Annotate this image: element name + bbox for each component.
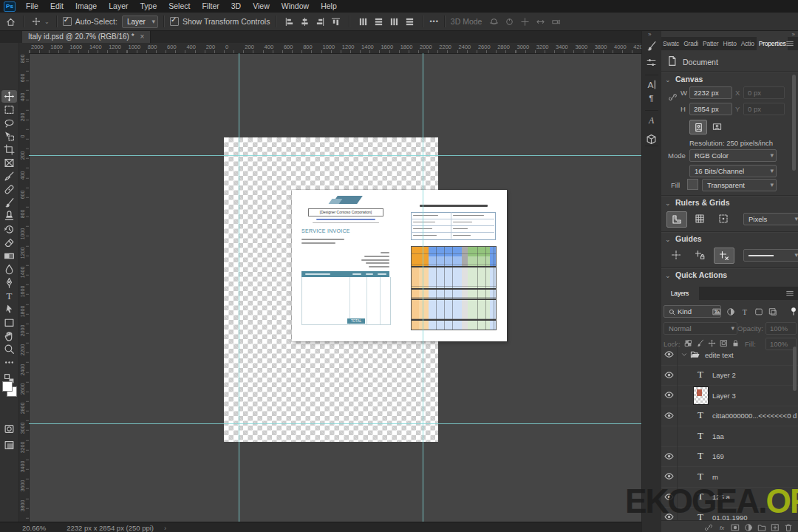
canvas-section-chevron-icon[interactable]: ⌄ <box>665 76 671 83</box>
fill-swatch[interactable] <box>687 179 698 190</box>
camera-3d-icon[interactable] <box>551 17 561 27</box>
align-top-icon[interactable] <box>331 17 341 27</box>
toggle-snap-button[interactable] <box>714 211 733 226</box>
toggle-rulers-button[interactable] <box>666 211 687 228</box>
more-options-icon[interactable]: ••• <box>429 18 438 25</box>
layer-row[interactable]: TLayer 2 <box>661 365 798 386</box>
crop-tool[interactable] <box>1 143 17 156</box>
collapse-panels-icon[interactable]: » <box>648 31 651 38</box>
visibility-toggle[interactable] <box>661 406 678 426</box>
menu-filter[interactable]: Filter <box>196 0 225 13</box>
zoom-level-field[interactable]: 20.66% <box>22 524 46 532</box>
tab-actio[interactable]: Actio <box>739 37 757 50</box>
guides-section-chevron-icon[interactable]: ⌄ <box>665 236 671 243</box>
zoom-tool[interactable] <box>1 343 17 355</box>
menu-type[interactable]: Type <box>134 0 163 13</box>
orbit-3d-icon[interactable] <box>489 17 499 27</box>
panel-menu-icon[interactable] <box>785 39 794 48</box>
delete-layer-icon[interactable] <box>783 522 794 532</box>
layer-mask-icon[interactable] <box>730 522 740 532</box>
menu-select[interactable]: Select <box>163 0 196 13</box>
layers-scrollbar[interactable] <box>793 347 797 391</box>
brush-tool[interactable] <box>1 197 17 209</box>
tab-histo[interactable]: Histo <box>720 37 738 50</box>
brush-settings-panel-icon[interactable] <box>646 41 658 52</box>
guide-horizontal[interactable] <box>29 155 641 156</box>
visibility-toggle[interactable] <box>661 344 678 365</box>
filter-toggle-icon[interactable] <box>789 307 798 316</box>
close-tab-icon[interactable]: × <box>140 33 145 41</box>
canvas-width-field[interactable]: 2232 px <box>689 86 732 99</box>
layer-row[interactable]: Tcitta0000000...<<<<<<<0 d <box>661 406 798 427</box>
quick-actions-chevron-icon[interactable]: ⌄ <box>665 272 671 279</box>
distribute-margins-icon[interactable] <box>405 17 415 27</box>
bit-depth-dropdown[interactable]: 16 Bits/Channel <box>689 165 777 177</box>
menu-file[interactable]: File <box>20 0 44 13</box>
vertical-ruler[interactable]: 8006004002000200400600800100012001400160… <box>18 53 30 522</box>
toggle-guides-button[interactable] <box>666 248 686 262</box>
roll-3d-icon[interactable] <box>505 17 514 27</box>
screen-mode-button[interactable] <box>1 439 17 451</box>
character-panel-icon[interactable]: A <box>646 79 658 91</box>
type-tool[interactable]: T <box>1 290 17 302</box>
tab-layers[interactable]: Layers <box>661 287 699 300</box>
hand-tool[interactable] <box>1 330 17 342</box>
slide-3d-icon[interactable] <box>536 17 545 27</box>
align-right-icon[interactable] <box>316 17 325 27</box>
color-mode-dropdown[interactable]: RGB Color <box>689 149 777 162</box>
visibility-toggle[interactable] <box>661 446 678 467</box>
quick-mask-button[interactable] <box>1 423 17 435</box>
tab-properties[interactable]: Properties <box>757 37 788 50</box>
move-tool[interactable] <box>1 90 17 103</box>
edit-toolbar-button[interactable] <box>1 356 17 369</box>
lasso-tool[interactable] <box>1 117 17 129</box>
rulers-section-chevron-icon[interactable]: ⌄ <box>665 200 671 207</box>
paragraph-panel-icon[interactable]: ¶ <box>646 92 658 104</box>
menu-edit[interactable]: Edit <box>44 0 69 13</box>
landscape-orientation-button[interactable] <box>709 120 725 133</box>
pen-tool[interactable] <box>1 276 17 289</box>
foreground-color-swatch[interactable] <box>2 381 13 392</box>
gradient-tool[interactable] <box>1 250 17 262</box>
auto-select-checkbox[interactable] <box>63 17 72 26</box>
layer-row[interactable]: edite text <box>661 344 798 366</box>
new-group-icon[interactable] <box>757 522 767 532</box>
object-selection-tool[interactable] <box>1 130 17 143</box>
constrain-link-icon[interactable] <box>668 92 678 102</box>
move-tool-preset-icon[interactable] <box>32 17 41 26</box>
menu-3d[interactable]: 3D <box>225 0 247 13</box>
clone-source-panel-icon[interactable] <box>646 57 658 69</box>
layer-thumbnail[interactable] <box>693 386 709 405</box>
document-tab[interactable]: Italy id.psd @ 20.7% (RGB/16) * × <box>22 30 151 43</box>
menu-image[interactable]: Image <box>69 0 103 13</box>
layer-row[interactable]: T1aa <box>661 426 798 447</box>
eraser-tool[interactable] <box>1 236 17 249</box>
eyedropper-tool[interactable] <box>1 170 17 183</box>
tab-swatc[interactable]: Swatc <box>661 37 681 50</box>
fill-dropdown[interactable]: Transparent <box>702 179 777 191</box>
distribute-horizontal-icon[interactable] <box>389 17 399 27</box>
drag-3d-icon[interactable] <box>520 17 530 27</box>
distribute-center-icon[interactable] <box>374 17 383 27</box>
distribute-vertical-icon[interactable] <box>358 17 368 27</box>
glyphs-panel-icon[interactable]: A <box>646 115 658 126</box>
horizontal-ruler[interactable]: 2000180016001400120010008006004002000200… <box>29 43 641 54</box>
color-swatches[interactable] <box>0 381 18 399</box>
home-icon[interactable] <box>6 17 16 27</box>
canvas-height-field[interactable]: 2854 px <box>689 103 732 115</box>
auto-select-target-dropdown[interactable]: Layer <box>122 16 158 28</box>
ruler-units-dropdown[interactable]: Pixels <box>743 213 798 225</box>
guide-vertical[interactable] <box>423 53 423 522</box>
filter-adjustment-layers-icon[interactable] <box>725 307 737 317</box>
tab-patter[interactable]: Patter <box>700 37 720 50</box>
align-left-icon[interactable] <box>284 17 294 27</box>
filter-pixel-layers-icon[interactable] <box>711 307 723 317</box>
document-workspace[interactable]: [Designer Contoso Corporation] SERVICE I… <box>29 53 641 522</box>
path-select-tool[interactable] <box>1 303 17 316</box>
filter-type-layers-icon[interactable]: T <box>739 307 751 317</box>
layer-effects-icon[interactable]: fx <box>717 522 727 532</box>
menu-window[interactable]: Window <box>276 0 315 13</box>
align-center-h-icon[interactable] <box>300 17 310 27</box>
guide-vertical[interactable] <box>239 53 239 522</box>
tab-gradi[interactable]: Gradi <box>681 37 700 50</box>
